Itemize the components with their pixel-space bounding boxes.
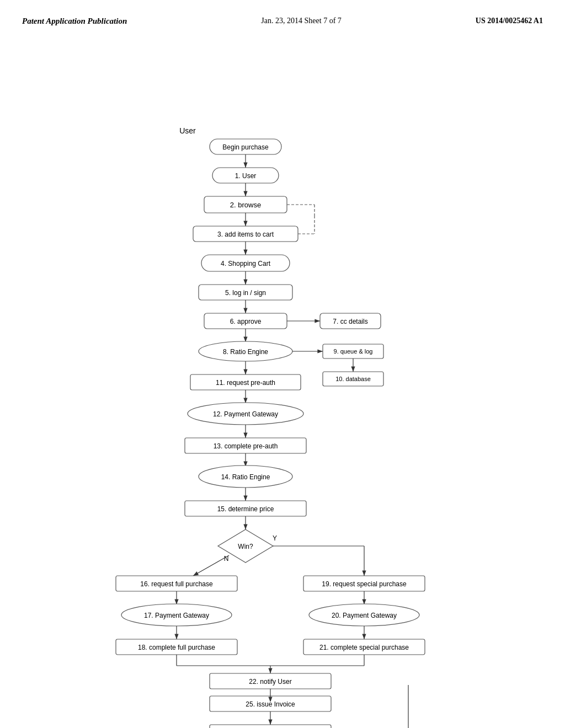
node-14: 14. Ratio Engine	[221, 473, 270, 481]
page: Patent Application Publication Jan. 23, …	[0, 0, 565, 728]
node-9: 9. queue & log	[334, 348, 373, 355]
node-13: 13. complete pre-auth	[214, 442, 278, 450]
header-center: Jan. 23, 2014 Sheet 7 of 7	[261, 17, 341, 25]
node-20: 20. Payment Gateway	[332, 612, 397, 619]
win-y-label: Y	[273, 534, 277, 542]
node-4: 4. Shopping Cart	[221, 260, 271, 267]
node-2: 2. browse	[230, 201, 261, 209]
user-label: User	[179, 126, 196, 135]
node-16: 16. request full purchase	[140, 580, 213, 588]
node-8: 8. Ratio Engine	[223, 348, 268, 356]
diagram-container: User Begin purchase 1. User 2. browse 3.…	[22, 40, 543, 702]
win-diamond: Win?	[238, 543, 253, 550]
node-17: 17. Payment Gateway	[144, 612, 209, 619]
node-7: 7. cc details	[333, 318, 367, 325]
node-11: 11. request pre-auth	[216, 379, 275, 387]
node-15: 15. determine price	[217, 505, 274, 513]
node-3: 3. add items to cart	[217, 231, 274, 238]
node-6: 6. approve	[230, 318, 262, 325]
node-21: 21. complete special purchase	[319, 644, 409, 651]
svg-rect-63	[210, 725, 331, 728]
node-1: 1. User	[235, 172, 257, 180]
node-25: 25. issue Invoice	[246, 700, 295, 708]
node-18: 18. complete full purchase	[138, 644, 215, 651]
begin-purchase-node: Begin purchase	[222, 143, 269, 151]
header-right: US 2014/0025462 A1	[476, 17, 543, 25]
node-10: 10. database	[335, 376, 371, 382]
page-header: Patent Application Publication Jan. 23, …	[22, 17, 543, 29]
svg-line-39	[193, 555, 229, 576]
node-12: 12. Payment Gateway	[213, 410, 278, 418]
node-19: 19. request special purchase	[322, 580, 407, 588]
node-5: 5. log in / sign	[225, 289, 266, 297]
node-22: 22. notify User	[249, 678, 291, 686]
flowchart-svg: User Begin purchase 1. User 2. browse 3.…	[22, 40, 552, 702]
header-left: Patent Application Publication	[22, 17, 127, 26]
